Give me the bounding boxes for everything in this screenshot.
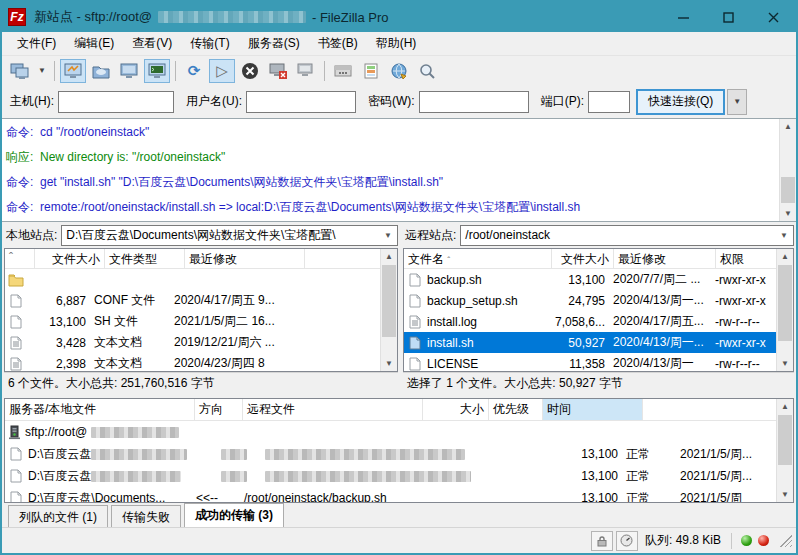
queue-file-row[interactable]: D:\百度云盘 13,100 正常 2021/1/5/周... — [5, 443, 776, 465]
table-row[interactable]: backup.sh 13,100 2020/7/7/周二 ... -rwxr-x… — [404, 269, 776, 290]
scroll-thumb[interactable] — [778, 415, 792, 465]
menu-server[interactable]: 服务器(S) — [239, 32, 309, 55]
tab-queued-files[interactable]: 列队的文件 (1) — [8, 505, 108, 527]
queue-file-row[interactable]: D:\百度云盘\Documents... <<-- /root/oneinsta… — [5, 487, 776, 502]
scroll-down-icon[interactable]: ▼ — [777, 487, 793, 502]
remote-list-scrollbar[interactable]: ▲ ▼ — [776, 249, 793, 371]
scroll-up-icon[interactable]: ▲ — [381, 249, 397, 264]
local-list-scrollbar[interactable]: ▲ ▼ — [380, 249, 397, 371]
directory-comparison-icon[interactable] — [358, 59, 384, 83]
lock-icon[interactable] — [591, 531, 613, 551]
queue-server-row[interactable]: sftp://root@ — [5, 421, 776, 443]
toolbar-separator — [54, 61, 55, 81]
chevron-down-icon[interactable]: ▼ — [379, 231, 397, 240]
scroll-up-icon[interactable]: ▲ — [777, 399, 793, 414]
table-row[interactable]: 13,100 SH 文件 2021/1/5/周二 16... — [5, 311, 380, 332]
resize-grip[interactable] — [780, 535, 792, 547]
scroll-down-icon[interactable]: ▼ — [777, 356, 793, 371]
host-input[interactable] — [58, 91, 174, 113]
column-modified[interactable]: 最近修改 — [185, 249, 305, 268]
scroll-thumb[interactable] — [778, 265, 792, 341]
column-filesize[interactable]: 文件大小 — [35, 249, 105, 268]
scroll-down-icon[interactable]: ▼ — [780, 206, 796, 221]
close-button[interactable] — [751, 2, 796, 32]
log-label: 响应: — [6, 148, 40, 166]
port-input[interactable] — [588, 91, 630, 113]
message-log-toggle-icon[interactable] — [60, 59, 86, 83]
quickconnect-button[interactable]: 快速连接(Q) — [636, 89, 725, 115]
scroll-up-icon[interactable]: ▲ — [780, 119, 796, 134]
scroll-thumb[interactable] — [781, 177, 795, 203]
text-file-icon — [8, 357, 24, 371]
table-row-selected[interactable]: install.sh 50,927 2020/4/13/周一... -rwxr-… — [404, 332, 776, 353]
filter-icon[interactable] — [330, 59, 356, 83]
queue-scrollbar[interactable]: ▲ ▼ — [776, 399, 793, 502]
table-row[interactable]: 2,398 文本文档 2020/4/23/周四 8 — [5, 353, 380, 371]
window-title-suffix: - FileZilla Pro — [312, 10, 389, 25]
column-filename[interactable]: 文件名 ˆ — [404, 249, 552, 268]
cell-date: 2020/4/13/周一... — [609, 292, 711, 309]
table-row[interactable]: LICENSE 11,358 2020/4/13/周一 -rw-r--r-- — [404, 353, 776, 371]
column-direction[interactable]: 方向 — [195, 399, 243, 420]
remote-tree-toggle-icon[interactable] — [116, 59, 142, 83]
file-icon — [407, 336, 423, 350]
menu-view[interactable]: 查看(V) — [123, 32, 181, 55]
queue-view-toggle-icon[interactable] — [144, 59, 170, 83]
speed-limits-icon[interactable] — [616, 531, 638, 551]
site-manager-dropdown-icon[interactable]: ▼ — [35, 59, 49, 83]
cell-date: 2020/4/13/周一 — [609, 355, 711, 371]
column-filename-collapsed[interactable]: ˆ — [5, 249, 35, 268]
filezilla-logo-icon: Fz — [8, 8, 26, 26]
column-filesize[interactable]: 文件大小 — [552, 249, 614, 268]
queue-file-row[interactable]: D:\百度云盘 13,100 正常 2021/1/5/周... — [5, 465, 776, 487]
table-row[interactable]: 3,428 文本文档 2019/12/21/周六 ... — [5, 332, 380, 353]
local-path-combo[interactable]: D:\百度云盘\Documents\网站数据文件夹\宝塔配置\ ▼ — [61, 225, 398, 246]
toolbar-separator — [324, 61, 325, 81]
username-input[interactable] — [246, 91, 356, 113]
column-server-localfile[interactable]: 服务器/本地文件 — [5, 399, 195, 420]
disconnect-icon[interactable] — [265, 59, 291, 83]
cancel-icon[interactable] — [237, 59, 263, 83]
column-time[interactable]: 时间 — [543, 399, 643, 420]
menu-file[interactable]: 文件(F) — [8, 32, 65, 55]
menu-bookmarks[interactable]: 书签(B) — [309, 32, 367, 55]
table-row[interactable] — [5, 269, 380, 290]
minimize-button[interactable] — [661, 2, 706, 32]
local-file-list: ˆ 文件大小 文件类型 最近修改 6,887 — [4, 248, 398, 372]
remote-path-combo[interactable]: /root/oneinstack ▼ — [460, 225, 794, 246]
log-scrollbar[interactable]: ▲ ▼ — [779, 119, 796, 221]
menu-transfer[interactable]: 传输(T) — [181, 32, 238, 55]
local-rows: 6,887 CONF 文件 2020/4/17/周五 9... 13,100 S… — [5, 269, 380, 371]
chevron-down-icon[interactable]: ▼ — [775, 231, 793, 240]
remote-rows: backup.sh 13,100 2020/7/7/周二 ... -rwxr-x… — [404, 269, 776, 371]
menu-help[interactable]: 帮助(H) — [367, 32, 426, 55]
scroll-down-icon[interactable]: ▼ — [381, 356, 397, 371]
maximize-button[interactable] — [706, 2, 751, 32]
synchronized-browsing-icon[interactable] — [386, 59, 412, 83]
table-row[interactable]: backup_setup.sh 24,795 2020/4/13/周一... -… — [404, 290, 776, 311]
scroll-thumb[interactable] — [382, 265, 396, 337]
column-priority[interactable]: 优先级 — [489, 399, 543, 420]
column-label: 文件名 — [408, 252, 444, 266]
search-icon[interactable] — [414, 59, 440, 83]
column-filetype[interactable]: 文件类型 — [105, 249, 185, 268]
local-tree-toggle-icon[interactable] — [88, 59, 114, 83]
cell-permissions: -rwxr-xr-x — [711, 294, 776, 308]
table-row[interactable]: 6,887 CONF 文件 2020/4/17/周五 9... — [5, 290, 380, 311]
scroll-up-icon[interactable]: ▲ — [777, 249, 793, 264]
process-queue-icon[interactable]: ▷ — [209, 59, 235, 83]
refresh-icon[interactable]: ⟳ — [181, 59, 207, 83]
table-row[interactable]: install.log 7,058,6... 2020/4/17/周五... -… — [404, 311, 776, 332]
quickconnect-dropdown-icon[interactable]: ▼ — [727, 89, 747, 115]
column-modified[interactable]: 最近修改 — [614, 249, 716, 268]
column-remotefile[interactable]: 远程文件 — [243, 399, 423, 420]
tab-successful-transfers[interactable]: 成功的传输 (3) — [184, 503, 284, 527]
tab-failed-transfers[interactable]: 传输失败 — [111, 505, 181, 527]
site-manager-icon[interactable] — [7, 59, 33, 83]
column-size[interactable]: 大小 — [423, 399, 489, 420]
menu-edit[interactable]: 编辑(E) — [65, 32, 123, 55]
redacted-direction — [221, 449, 247, 460]
reconnect-icon[interactable] — [293, 59, 319, 83]
password-input[interactable] — [419, 91, 529, 113]
cell-size: 7,058,6... — [549, 315, 609, 329]
